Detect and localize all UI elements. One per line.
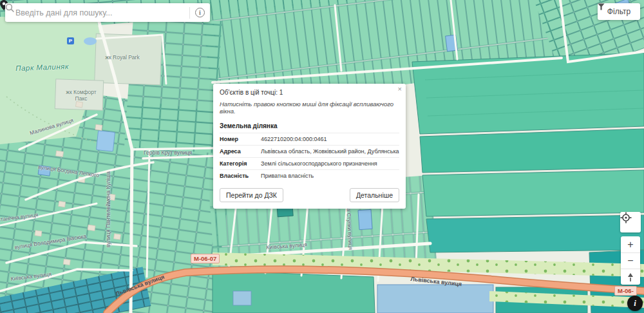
popup-hint: Натисніть правою кнопкою миші для фіксац… bbox=[220, 100, 399, 115]
crosshair-target-icon bbox=[620, 212, 632, 223]
search-bar: i bbox=[5, 3, 210, 22]
field-row-number: Номер 4622710200:04:000:0461 bbox=[220, 133, 399, 145]
zoom-slider-button[interactable] bbox=[621, 269, 640, 285]
popup-actions: Перейти до ДЗК Детальніше bbox=[220, 188, 399, 202]
map-application: Парк Малинякжк Royal Parkжк Комфорт Пакс… bbox=[0, 0, 644, 313]
filter-button[interactable]: Фільтр bbox=[598, 3, 640, 20]
close-icon[interactable]: × bbox=[398, 86, 402, 93]
field-label: Номер bbox=[220, 136, 261, 142]
search-info-icon[interactable]: i bbox=[195, 8, 205, 17]
field-value: Землі сільськогосподарського призначення bbox=[261, 160, 377, 167]
popup-header: Об'єктів в цій точці: 1 bbox=[220, 89, 399, 96]
parking-icon: P bbox=[67, 37, 74, 44]
slider-handle-icon bbox=[628, 273, 633, 281]
field-value: 4622710200:04:000:0461 bbox=[261, 136, 327, 142]
search-input[interactable] bbox=[15, 8, 184, 17]
field-row-address: Адреса Львівська область, Жовківський ра… bbox=[220, 145, 399, 157]
filter-button-label: Фільтр bbox=[607, 7, 630, 16]
funnel-icon bbox=[598, 3, 605, 10]
field-value: Приватна власність bbox=[261, 173, 314, 179]
goto-dzk-button[interactable]: Перейти до ДЗК bbox=[220, 188, 283, 202]
search-divider bbox=[189, 7, 190, 19]
field-row-category: Категорія Землі сільськогосподарського п… bbox=[220, 157, 399, 169]
field-label: Власність bbox=[220, 173, 261, 179]
popup-section-title: Земельна ділянка bbox=[220, 122, 399, 129]
object-info-popup: × Об'єктів в цій точці: 1 Натисніть прав… bbox=[213, 84, 406, 209]
search-icon[interactable] bbox=[5, 3, 14, 12]
zoom-in-button[interactable]: + bbox=[621, 236, 640, 252]
field-value: Львівська область, Жовківський район, Ду… bbox=[261, 148, 399, 155]
zoom-out-button[interactable]: − bbox=[621, 252, 640, 269]
zoom-control: + − bbox=[621, 236, 640, 285]
locate-button[interactable] bbox=[620, 212, 641, 232]
attribution-info-button[interactable]: i bbox=[627, 296, 643, 311]
field-label: Категорія bbox=[220, 160, 261, 167]
field-label: Адреса bbox=[220, 148, 261, 155]
field-row-ownership: Власність Приватна власність bbox=[220, 169, 399, 182]
details-button[interactable]: Детальніше bbox=[350, 188, 399, 202]
